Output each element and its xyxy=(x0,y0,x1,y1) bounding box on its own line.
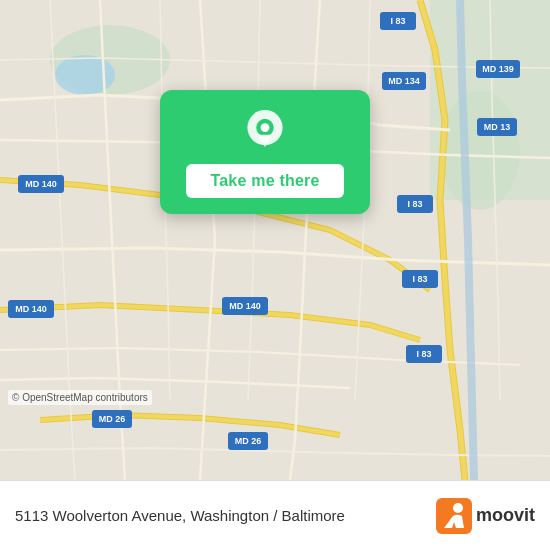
svg-point-34 xyxy=(453,503,463,513)
svg-text:MD 139: MD 139 xyxy=(482,64,514,74)
svg-text:MD 140: MD 140 xyxy=(229,301,261,311)
moovit-brand-text: moovit xyxy=(476,505,535,526)
moovit-logo: moovit xyxy=(436,498,535,534)
svg-point-2 xyxy=(55,55,115,95)
location-card: Take me there xyxy=(160,90,370,214)
svg-text:I 83: I 83 xyxy=(407,199,422,209)
take-me-there-button[interactable]: Take me there xyxy=(186,164,343,198)
map-svg: I 83 MD 134 MD 139 MD 13 MD 140 MD 140 M… xyxy=(0,0,550,480)
location-pin-icon xyxy=(243,110,287,154)
moovit-icon xyxy=(436,498,472,534)
address-text: 5113 Woolverton Avenue, Washington / Bal… xyxy=(15,507,426,524)
svg-point-4 xyxy=(440,90,520,210)
svg-text:MD 140: MD 140 xyxy=(25,179,57,189)
svg-text:I 83: I 83 xyxy=(412,274,427,284)
copyright-text: © OpenStreetMap contributors xyxy=(8,390,152,405)
svg-text:MD 13: MD 13 xyxy=(484,122,511,132)
svg-text:I 83: I 83 xyxy=(390,16,405,26)
info-bar: 5113 Woolverton Avenue, Washington / Bal… xyxy=(0,480,550,550)
svg-text:MD 26: MD 26 xyxy=(99,414,126,424)
svg-text:MD 134: MD 134 xyxy=(388,76,420,86)
map-container: I 83 MD 134 MD 139 MD 13 MD 140 MD 140 M… xyxy=(0,0,550,480)
svg-point-31 xyxy=(261,123,270,132)
svg-text:I 83: I 83 xyxy=(416,349,431,359)
svg-text:MD 140: MD 140 xyxy=(15,304,47,314)
svg-text:MD 26: MD 26 xyxy=(235,436,262,446)
